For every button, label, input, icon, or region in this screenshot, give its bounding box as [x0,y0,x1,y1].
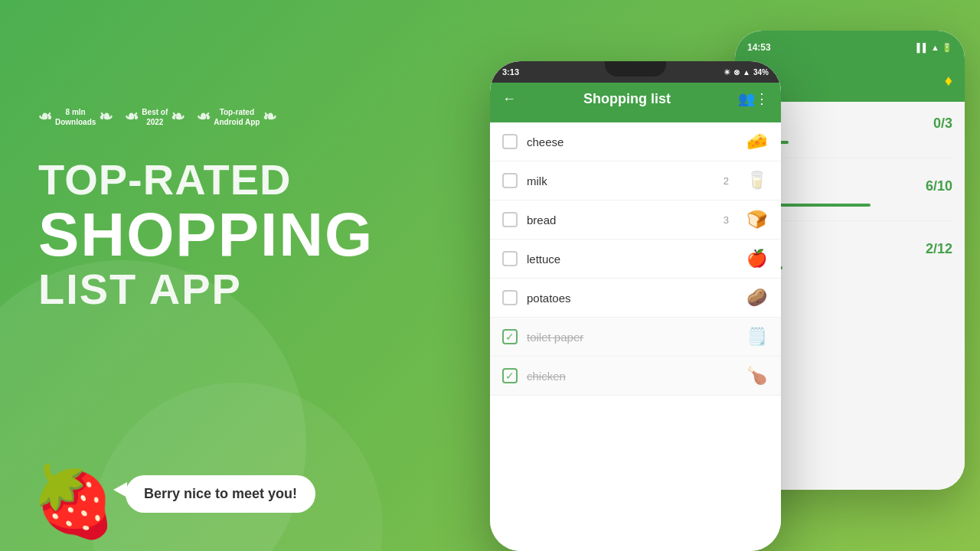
back-statusbar: 14:53 ▌▌ ▲ 🔋 [735,31,965,64]
badge-line1-3: Top-rated [220,108,254,116]
badge-line1-1: 8 mln [66,108,86,116]
item-emoji-potatoes: 🥔 [744,288,769,308]
phone-screen: 3:13 ☀ ⊗ ▲ 34% ← Shopping list 👥 ⋮ [490,61,781,551]
speech-text: Berry nice to meet you! [144,486,297,501]
front-time: 3:13 [502,67,519,77]
item-name-potatoes: potatoes [527,292,735,305]
left-panel: ❧ 8 mln Downloads ❧ ❧ Best of 2022 ❧ ❧ [0,0,452,551]
checkbox-toilet-paper[interactable]: ✓ [502,329,518,344]
back-button[interactable]: ← [502,91,516,107]
heading-line3: LIST APP [38,267,374,312]
checkbox-potatoes[interactable] [502,290,518,305]
item-emoji-bread: 🍞 [744,210,769,230]
list-item-cheese[interactable]: cheese 🧀 [490,122,781,161]
item-emoji-chicken: 🍗 [744,366,769,386]
checkbox-lettuce[interactable] [502,251,518,266]
main-heading: TOP-RATED SHOPPING LIST APP [38,158,374,312]
back-score-2: 6/10 [926,178,952,194]
checkbox-cheese[interactable] [502,134,518,149]
heading-line1: TOP-RATED [38,158,374,203]
item-name-toilet-paper: toilet paper [527,331,735,344]
app-header-top: ← Shopping list 👥 ⋮ [502,90,769,107]
checkbox-milk[interactable] [502,173,518,188]
badge-downloads: ❧ 8 mln Downloads ❧ [38,107,113,127]
laurel-right-3: ❧ [263,107,276,127]
item-name-bread: bread [527,214,714,227]
status-right-icons: ☀ ⊗ ▲ 34% [724,68,769,77]
badge-best-of: ❧ Best of 2022 ❧ [125,107,185,127]
badge-line2-2: 2022 [146,118,163,126]
icon-dnd: ⊗ [733,68,740,77]
list-item-milk[interactable]: milk 2 🥛 [490,161,781,201]
more-icon[interactable]: ⋮ [755,90,769,107]
back-time: 14:53 [747,42,771,53]
item-qty-milk: 2 [724,175,729,187]
item-name-chicken: chicken [527,370,735,383]
item-emoji-milk: 🥛 [744,171,769,191]
laurel-left-1: ❧ [38,107,52,127]
laurel-right-1: ❧ [99,107,113,127]
list-item-lettuce[interactable]: lettuce 🍎 [490,240,781,279]
list-item-toilet-paper[interactable]: ✓ toilet paper 🗒️ [490,318,781,357]
strawberry-mascot: 🍓 [31,467,116,536]
group-icon[interactable]: 👥 [738,90,755,107]
item-name-cheese: cheese [527,135,735,148]
badge-top-rated: ❧ Top-rated Android App ❧ [197,107,276,127]
speech-bubble: Berry nice to meet you! [126,475,315,513]
icon-brightness: ☀ [724,68,730,77]
item-qty-bread: 3 [724,214,729,226]
phone-notch [605,61,666,77]
app-header: ← Shopping list 👥 ⋮ [490,83,781,122]
back-score-1: 0/3 [933,116,952,132]
laurel-left-3: ❧ [197,107,211,127]
item-name-milk: milk [527,174,714,187]
diamond-icon: ♦ [945,72,952,90]
badge-line1-2: Best of [142,108,168,116]
list-item-potatoes[interactable]: potatoes 🥔 [490,279,781,318]
mascot-area: 🍓 Berry nice to meet you! [31,467,315,536]
header-title: Shopping list [516,91,738,107]
phone-front: 3:13 ☀ ⊗ ▲ 34% ← Shopping list 👥 ⋮ [490,61,781,551]
back-status-icons: ▌▌ ▲ 🔋 [916,43,952,53]
badge-line2-3: Android App [214,118,260,126]
icon-wifi-signal: ▲ [743,68,750,77]
item-name-lettuce: lettuce [527,253,735,266]
item-emoji-lettuce: 🍎 [744,249,769,269]
battery-pct: 34% [753,68,769,77]
list-item-bread[interactable]: bread 3 🍞 [490,201,781,240]
back-score-3: 2/12 [926,241,952,257]
right-panel: 14:53 ▌▌ ▲ 🔋 lists ♦ 0/3 6/10 [429,0,980,551]
laurel-left-2: ❧ [125,107,139,127]
laurel-right-2: ❧ [171,107,185,127]
list-item-chicken[interactable]: ✓ chicken 🍗 [490,357,781,396]
item-emoji-toilet-paper: 🗒️ [744,327,769,347]
checkbox-chicken[interactable]: ✓ [502,368,518,383]
item-emoji-cheese: 🧀 [744,132,769,152]
badges-row: ❧ 8 mln Downloads ❧ ❧ Best of 2022 ❧ ❧ [38,107,276,127]
heading-line2: SHOPPING [38,203,374,267]
shopping-list-items: cheese 🧀 milk 2 🥛 bread 3 🍞 [490,122,781,551]
checkbox-bread[interactable] [502,212,518,227]
badge-line2-1: Downloads [55,118,96,126]
